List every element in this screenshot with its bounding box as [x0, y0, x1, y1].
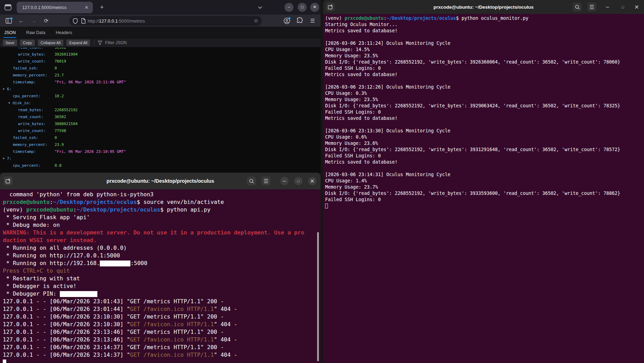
new-tab-button[interactable]: + [97, 3, 106, 12]
tab-title: 127.0.0.1:5000/metrics [22, 5, 83, 10]
bookmark-star-icon[interactable]: ☆ [254, 18, 258, 24]
json-key: write_count: [18, 127, 46, 134]
filter-json-input[interactable]: Filter JSON [98, 40, 127, 45]
terminal-text: " 404 - [214, 306, 237, 312]
viewer-tab-headers[interactable]: Headers [56, 27, 72, 38]
viewer-tab-raw-data[interactable]: Raw Data [26, 27, 45, 38]
terminal-text: ~/Desktop/projects/oculus [77, 206, 160, 213]
json-viewer-tabs: JSONRaw DataHeaders [0, 27, 321, 38]
json-value: 2268552192 [55, 107, 78, 114]
terminal-line: Failed SSH Logins: 0 [325, 109, 642, 115]
terminal-titlebar[interactable]: prxcode@ubuntu: ~/Desktop/projects/oculu… [0, 173, 321, 189]
close-button[interactable]: ✕ [308, 177, 316, 185]
json-row: memory_percent:23.7 [0, 72, 321, 79]
collapse-all-button[interactable]: Collapse All [38, 40, 63, 46]
terminal-line: * Debug mode: on [3, 221, 318, 229]
terminal-output: command 'python' from deb python-is-pyth… [0, 189, 321, 363]
close-button[interactable]: ✕ [633, 3, 641, 11]
terminal-text: Disk I/O: {'read_bytes': 2268552192, 'wr… [325, 103, 620, 108]
terminal-text: (venv) [3, 206, 26, 213]
browser-tab[interactable]: 127.0.0.1:5000/metrics ✕ [17, 2, 93, 13]
back-button[interactable]: ← [17, 17, 25, 25]
json-row: cpu_percent:10.2 [0, 93, 321, 100]
json-key: memory_percent: [13, 72, 47, 79]
terminal-text: [2026-03-06 23:13:30] Oculus Monitoring … [325, 128, 450, 133]
firefox-view-icon[interactable] [4, 4, 12, 11]
json-key: timestamp: [13, 79, 36, 86]
terminal-text: 127.0.0.1 - - [06/Mar/2026 23:10:30] " [3, 321, 130, 328]
maximize-button[interactable]: □ [298, 3, 307, 12]
terminal-text: * Running on http://192.168. [3, 260, 100, 266]
terminal-text: * Running on all addresses (0.0.0.0) [3, 245, 127, 251]
terminal-text: : [384, 16, 386, 21]
account-icon[interactable] [283, 17, 291, 25]
terminal-line: [2026-03-06 23:13:30] Oculus Monitoring … [325, 128, 642, 134]
save-button[interactable]: Save [3, 40, 17, 46]
shield-icon[interactable] [73, 18, 78, 24]
search-icon[interactable] [247, 176, 256, 185]
json-key: 6: [7, 86, 11, 93]
json-row: cpu_percent:0.8 [0, 162, 321, 169]
twisty-expand-icon[interactable]: ▼ [8, 100, 10, 107]
terminal-text: 127.0.0.1 - - [06/Mar/2026 23:13:46] "GE… [3, 329, 224, 335]
toolbar-separator [94, 40, 94, 46]
json-row: memory_percent:23.9 [0, 141, 321, 148]
terminal-text: ~/Desktop/projects/oculus [386, 16, 456, 21]
terminal-text: Failed SSH Logins: 0 [325, 153, 381, 158]
menu-hamburger-icon[interactable]: ☰ [309, 17, 316, 25]
tab-close-icon[interactable]: ✕ [83, 4, 90, 11]
json-key: timestamp: [13, 148, 36, 155]
json-value: "Fri, 06 Mar 2026 23:10:05 GMT" [55, 148, 126, 155]
terminal-menu-icon[interactable]: ☰ [587, 2, 596, 11]
terminal-line: CPU Usage: 1.4% [325, 178, 642, 184]
json-row: write_count:77598 [0, 127, 321, 134]
sidebar-icon[interactable] [5, 17, 13, 25]
forward-button[interactable]: → [30, 17, 38, 25]
terminal-text: Press CTRL+C to quit [3, 267, 70, 274]
redacted-block [100, 261, 130, 266]
minimize-button[interactable]: – [284, 3, 293, 12]
terminal-text: [2026-03-06 23:14:31] Oculus Monitoring … [325, 172, 450, 177]
terminal-line: [2026-03-06 23:14:31] Oculus Monitoring … [325, 172, 642, 178]
terminal-text: [2026-03-06 23:12:26] Oculus Monitoring … [325, 84, 450, 90]
terminal-window-monitor: prxcode@ubuntu: ~/Desktop/projects/oculu… [323, 0, 644, 363]
page-info-icon[interactable] [81, 18, 86, 24]
terminal-titlebar[interactable]: prxcode@ubuntu: ~/Desktop/projects/oculu… [323, 0, 644, 14]
maximize-button[interactable]: □ [619, 3, 627, 11]
terminal-text: 127.0.0.1 - - [06/Mar/2026 23:01:44] " [3, 306, 130, 312]
terminal-menu-icon[interactable]: ☰ [261, 176, 271, 185]
terminal-text: GET /favicon.ico HTTP/1.1 [130, 352, 214, 358]
terminal-line: 127.0.0.1 - - [06/Mar/2026 23:14:37] "GE… [3, 351, 318, 359]
terminal-line: * Running on all addresses (0.0.0.0) [3, 244, 318, 252]
close-button[interactable]: ✕ [310, 3, 319, 12]
terminal-line: * Running on http://192.168.:5000 [3, 259, 318, 267]
terminal-text: * Restarting with stat [3, 275, 80, 282]
terminal-line: CPU Usage: 0.3% [325, 90, 642, 97]
chevron-down-icon[interactable] [257, 3, 263, 12]
copy-button[interactable]: Copy [20, 40, 35, 46]
terminal-text: $ python oculus_monitor.py [456, 16, 528, 21]
minimize-button[interactable]: – [280, 177, 289, 185]
twisty-expand-icon[interactable]: ▼ [3, 86, 5, 93]
maximize-button[interactable]: □ [294, 177, 303, 185]
terminal-line: WARNING: This is a development server. D… [3, 229, 318, 237]
terminal-text: duction WSGI server instead. [3, 237, 97, 244]
minimize-button[interactable]: – [603, 3, 612, 11]
terminal-text: Memory Usage: 23.5% [325, 53, 378, 58]
terminal-line: 127.0.0.1 - - [06/Mar/2026 23:13:46] "GE… [3, 336, 318, 344]
scrollbar-thumb[interactable] [317, 232, 319, 361]
terminal-line: command 'python' from deb python-is-pyth… [3, 191, 318, 198]
search-icon[interactable] [573, 2, 582, 11]
extensions-puzzle-icon[interactable] [296, 17, 304, 25]
terminal-line: 127.0.0.1 - - [06/Mar/2026 23:01:44] "GE… [3, 305, 318, 313]
json-row: ▼7: [0, 155, 321, 162]
expand-all-button[interactable]: Expand All [66, 40, 90, 46]
url-bar[interactable]: http://127.0.0.1:5000/metrics ☆ [69, 16, 262, 26]
json-key: cpu_percent: [13, 93, 40, 100]
terminal-text: Failed SSH Logins: 0 [325, 197, 381, 202]
twisty-expand-icon[interactable]: ▼ [3, 155, 5, 162]
terminal-text: $ python api.py [160, 206, 211, 213]
viewer-tab-json[interactable]: JSON [4, 27, 16, 38]
terminal-line: duction WSGI server instead. [3, 237, 318, 244]
reload-button[interactable]: ⟳ [42, 17, 50, 25]
